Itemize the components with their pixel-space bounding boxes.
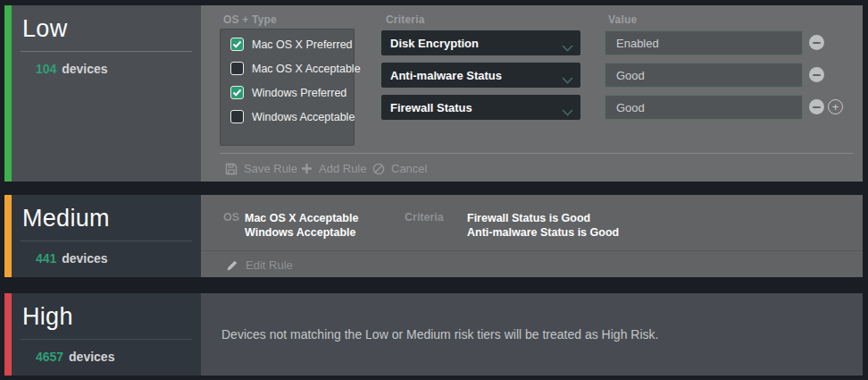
- os-option-windows-preferred[interactable]: Windows Preferred: [230, 86, 354, 99]
- column-header-value: Value: [608, 13, 637, 26]
- tier-high-title: High: [22, 303, 201, 331]
- criteria-dropdown-value: Firewall Status: [381, 101, 472, 114]
- summary-os-value: Mac OS X Acceptable: [245, 211, 358, 225]
- edit-rule-divider: [201, 250, 863, 251]
- chevron-down-icon: [562, 39, 573, 55]
- sidebar-divider: [21, 241, 192, 241]
- summary-os-label: OS: [223, 211, 239, 224]
- column-header-criteria: Criteria: [386, 13, 425, 26]
- cancel-button[interactable]: Cancel: [372, 162, 427, 175]
- tier-high-info: Devices not matching the Low or Medium r…: [201, 293, 863, 376]
- sidebar-divider: [21, 339, 192, 340]
- chevron-down-icon: [562, 72, 573, 88]
- summary-criteria-value: Anti-malware Status is Good: [467, 225, 619, 240]
- tier-medium-risk-stripe: [4, 195, 12, 277]
- save-rule-label: Save Rule: [244, 162, 297, 175]
- edit-rule-label: Edit Rule: [246, 258, 293, 272]
- os-option-mac-preferred[interactable]: Mac OS X Preferred: [230, 38, 354, 51]
- checkbox-icon[interactable]: [230, 86, 244, 99]
- minus-icon: [813, 42, 821, 44]
- save-rule-button[interactable]: Save Rule: [225, 162, 297, 175]
- os-option-mac-acceptable[interactable]: Mac OS X Acceptable: [230, 62, 354, 75]
- summary-criteria-values: Firewall Status is Good Anti-malware Sta…: [467, 211, 619, 240]
- actions-divider: [220, 153, 854, 154]
- tier-high-sidebar: High 4657 devices: [12, 293, 201, 376]
- high-risk-message: Devices not matching the Low or Medium r…: [221, 327, 658, 342]
- value-input-1[interactable]: Enabled: [605, 30, 803, 55]
- cancel-label: Cancel: [391, 162, 427, 175]
- checkbox-icon[interactable]: [230, 110, 244, 123]
- criteria-dropdown-value: Anti-malware Status: [381, 69, 502, 82]
- tier-low-risk-stripe: [4, 5, 12, 182]
- value-input-2[interactable]: Good: [605, 63, 803, 88]
- criteria-dropdown-3[interactable]: Firewall Status: [381, 95, 580, 120]
- column-header-os-type: OS + Type: [223, 13, 277, 26]
- summary-criteria-value: Firewall Status is Good: [467, 211, 619, 225]
- os-option-label: Windows Acceptable: [252, 111, 355, 123]
- remove-rule-button-1[interactable]: [809, 35, 824, 50]
- minus-icon: [813, 74, 821, 76]
- check-icon: [232, 40, 242, 48]
- os-option-label: Windows Preferred: [252, 87, 346, 99]
- device-count-number: 104: [36, 62, 56, 76]
- chevron-down-icon: [562, 104, 573, 120]
- os-option-label: Mac OS X Acceptable: [252, 63, 361, 75]
- criteria-dropdown-2[interactable]: Anti-malware Status: [381, 63, 580, 88]
- value-input-text: Good: [605, 69, 645, 82]
- tier-low-sidebar: Low 104 devices: [12, 5, 201, 182]
- tier-medium-device-count: 441 devices: [36, 251, 201, 266]
- device-count-label: devices: [62, 251, 107, 266]
- device-count-label: devices: [69, 350, 114, 364]
- tier-high: High 4657 devices Devices not matching t…: [4, 293, 863, 376]
- check-icon: [232, 89, 242, 97]
- minus-icon: [813, 106, 821, 108]
- pencil-icon: [226, 259, 238, 272]
- device-count-label: devices: [62, 62, 107, 76]
- cancel-icon: [372, 163, 385, 175]
- os-option-label: Mac OS X Preferred: [252, 38, 353, 51]
- criteria-dropdown-1[interactable]: Disk Encryption: [381, 30, 580, 55]
- plus-icon: [301, 163, 313, 174]
- summary-os-values: Mac OS X Acceptable Windows Acceptable: [245, 211, 358, 240]
- tier-low: Low 104 devices OS + Type Criteria Value…: [4, 5, 863, 182]
- device-count-number: 441: [36, 251, 56, 266]
- remove-rule-button-3[interactable]: [809, 99, 824, 114]
- summary-os-value: Windows Acceptable: [245, 225, 358, 240]
- summary-criteria-label: Criteria: [405, 211, 444, 224]
- save-icon: [225, 163, 238, 175]
- checkbox-icon[interactable]: [230, 62, 244, 75]
- tier-medium-rule-summary: OS Mac OS X Acceptable Windows Acceptabl…: [201, 195, 863, 277]
- add-criteria-button[interactable]: +: [828, 99, 843, 114]
- value-input-text: Good: [605, 101, 645, 114]
- value-input-3[interactable]: Good: [605, 95, 803, 120]
- os-type-checkbox-panel: Mac OS X Preferred Mac OS X Acceptable W…: [220, 29, 355, 146]
- tier-low-title: Low: [22, 15, 201, 43]
- remove-rule-button-2[interactable]: [809, 67, 824, 82]
- device-count-number: 4657: [36, 350, 63, 364]
- checkbox-icon[interactable]: [230, 38, 244, 51]
- sidebar-divider: [21, 51, 192, 52]
- tier-medium-title: Medium: [22, 205, 201, 232]
- tier-medium: Medium 441 devices OS Mac OS X Acceptabl…: [4, 195, 863, 277]
- edit-rule-button[interactable]: Edit Rule: [226, 258, 293, 272]
- add-rule-button[interactable]: Add Rule: [301, 162, 366, 175]
- value-input-text: Enabled: [605, 37, 659, 50]
- tier-high-risk-stripe: [4, 293, 12, 376]
- tier-medium-sidebar: Medium 441 devices: [12, 195, 201, 277]
- tier-low-device-count: 104 devices: [36, 62, 201, 76]
- tier-high-device-count: 4657 devices: [36, 350, 201, 364]
- os-option-windows-acceptable[interactable]: Windows Acceptable: [230, 110, 354, 123]
- add-rule-label: Add Rule: [319, 162, 366, 175]
- tier-low-rule-editor: OS + Type Criteria Value Mac OS X Prefer…: [201, 5, 863, 182]
- criteria-dropdown-value: Disk Encryption: [381, 37, 479, 50]
